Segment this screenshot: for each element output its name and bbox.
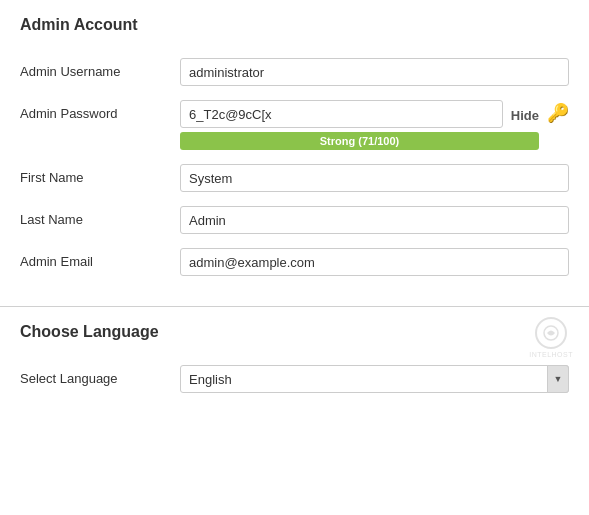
lastname-row: Last Name [20, 206, 569, 234]
firstname-row: First Name [20, 164, 569, 192]
language-select[interactable]: EnglishFrenchSpanishGermanItalian [180, 365, 569, 393]
lastname-label: Last Name [20, 206, 180, 227]
admin-account-section: Admin Account Admin Username Admin Passw… [0, 0, 589, 307]
username-control [180, 58, 569, 86]
password-control: Hide Strong (71/100) 🔑 [180, 100, 569, 150]
hide-button[interactable]: Hide [511, 106, 539, 123]
password-input[interactable] [180, 100, 503, 128]
username-input[interactable] [180, 58, 569, 86]
language-control: EnglishFrenchSpanishGermanItalian [180, 365, 569, 393]
username-row: Admin Username [20, 58, 569, 86]
watermark-circle [535, 317, 567, 349]
lastname-input[interactable] [180, 206, 569, 234]
language-label: Select Language [20, 365, 180, 386]
email-row: Admin Email [20, 248, 569, 276]
choose-language-section: Choose Language INTELHOST Select Languag… [0, 307, 589, 423]
language-row: Select Language EnglishFrenchSpanishGerm… [20, 365, 569, 393]
email-label: Admin Email [20, 248, 180, 269]
password-area: Hide Strong (71/100) [180, 100, 539, 150]
strength-text: Strong (71/100) [320, 135, 399, 147]
watermark: INTELHOST [529, 317, 573, 358]
password-label: Admin Password [20, 100, 180, 121]
password-input-row: Hide [180, 100, 539, 128]
watermark-text: INTELHOST [529, 351, 573, 358]
firstname-input[interactable] [180, 164, 569, 192]
password-row: Admin Password Hide Strong (71/100) 🔑 [20, 100, 569, 150]
choose-language-title: Choose Language [20, 323, 569, 349]
firstname-control [180, 164, 569, 192]
watermark-logo-icon [542, 324, 560, 342]
key-icon[interactable]: 🔑 [547, 100, 569, 124]
lastname-control [180, 206, 569, 234]
username-label: Admin Username [20, 58, 180, 79]
email-input[interactable] [180, 248, 569, 276]
language-select-wrap: EnglishFrenchSpanishGermanItalian [180, 365, 569, 393]
admin-account-title: Admin Account [20, 16, 569, 42]
firstname-label: First Name [20, 164, 180, 185]
strength-bar: Strong (71/100) [180, 132, 539, 150]
email-control [180, 248, 569, 276]
